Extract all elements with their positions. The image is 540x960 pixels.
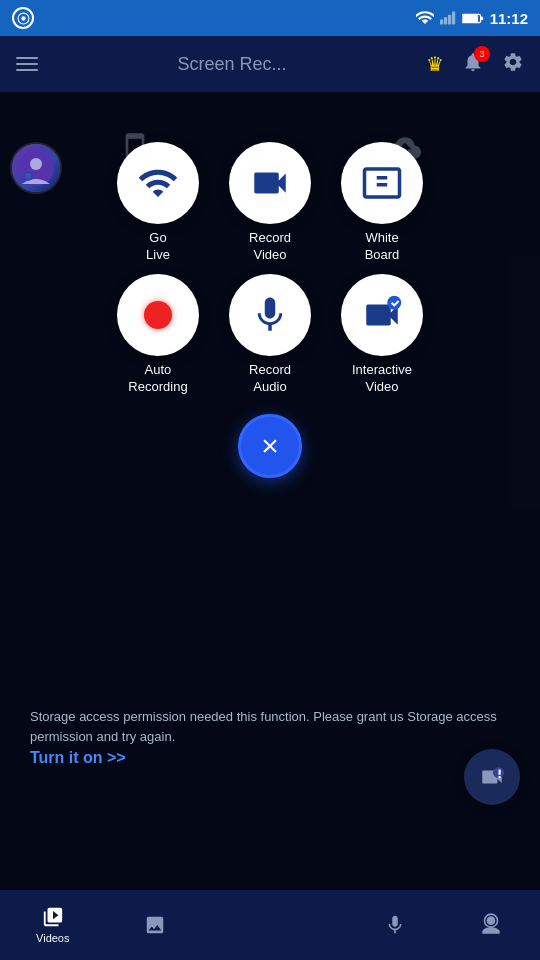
record-video-circle [229,142,311,224]
header-title: Screen Rec... [177,54,286,75]
record-video-label: RecordVideo [249,230,291,264]
hamburger-line-1 [16,57,38,59]
hamburger-line-2 [16,63,38,65]
avatar[interactable] [10,142,62,194]
white-board-circle [341,142,423,224]
avatar-inner [12,144,60,192]
record-audio-label: RecordAudio [249,362,291,396]
settings-icon[interactable] [502,51,524,78]
nav-videos[interactable]: Videos [36,906,69,944]
interactive-video-label: InteractiveVideo [352,362,412,396]
svg-point-10 [30,158,42,170]
close-button[interactable]: × [238,414,302,478]
nav-videos-label: Videos [36,932,69,944]
auto-recording-label: AutoRecording [128,362,187,396]
action-menu: GoLive RecordVideo Whit [117,142,423,478]
app-body: Storage access permission needed this fu… [0,92,540,890]
close-icon: × [261,431,279,461]
svg-rect-7 [480,16,483,19]
signal-icon [440,11,456,25]
status-bar: 11:12 [0,0,540,36]
svg-point-12 [25,173,31,179]
hamburger-menu[interactable] [16,57,38,71]
action-row-2: AutoRecording RecordAudio [117,274,423,396]
bottom-nav: Videos [0,890,540,960]
notification-badge: 3 [474,46,490,62]
turn-on-button[interactable]: Turn it on >> [30,749,126,766]
white-board-item[interactable]: WhiteBoard [341,142,423,264]
hamburger-line-3 [16,69,38,71]
status-bar-right: 11:12 [416,10,528,27]
battery-icon [462,12,484,25]
record-video-item[interactable]: RecordVideo [229,142,311,264]
status-bar-left [12,7,34,29]
action-row-1: GoLive RecordVideo Whit [117,142,423,264]
go-live-circle [117,142,199,224]
interactive-video-circle [341,274,423,356]
record-audio-circle [229,274,311,356]
svg-rect-4 [448,15,451,25]
record-audio-item[interactable]: RecordAudio [229,274,311,396]
svg-rect-3 [444,17,447,24]
header-icons: ♛ 3 [426,51,524,78]
status-circle-icon [12,7,34,29]
crown-icon[interactable]: ♛ [426,52,444,76]
videos-icon [40,906,66,928]
nav-audio[interactable] [384,912,406,938]
wifi-icon [416,11,434,25]
storage-text: Storage access permission needed this fu… [30,707,510,770]
go-live-label: GoLive [146,230,170,264]
app-header: Screen Rec... ♛ 3 [0,36,540,92]
svg-rect-2 [440,20,443,25]
fab-button[interactable] [464,749,520,805]
nav-photos[interactable] [142,914,168,936]
go-live-item[interactable]: GoLive [117,142,199,264]
svg-point-1 [21,16,25,20]
photos-icon [142,914,168,936]
notification-icon[interactable]: 3 [462,51,484,78]
status-time: 11:12 [490,10,528,27]
svg-point-13 [387,296,401,310]
svg-rect-5 [452,12,455,25]
svg-rect-8 [462,15,477,22]
interactive-video-item[interactable]: InteractiveVideo [341,274,423,396]
nav-profile[interactable] [478,912,504,938]
auto-recording-item[interactable]: AutoRecording [117,274,199,396]
auto-recording-circle [117,274,199,356]
audio-nav-icon [384,912,406,938]
white-board-label: WhiteBoard [365,230,400,264]
profile-nav-icon [478,912,504,938]
